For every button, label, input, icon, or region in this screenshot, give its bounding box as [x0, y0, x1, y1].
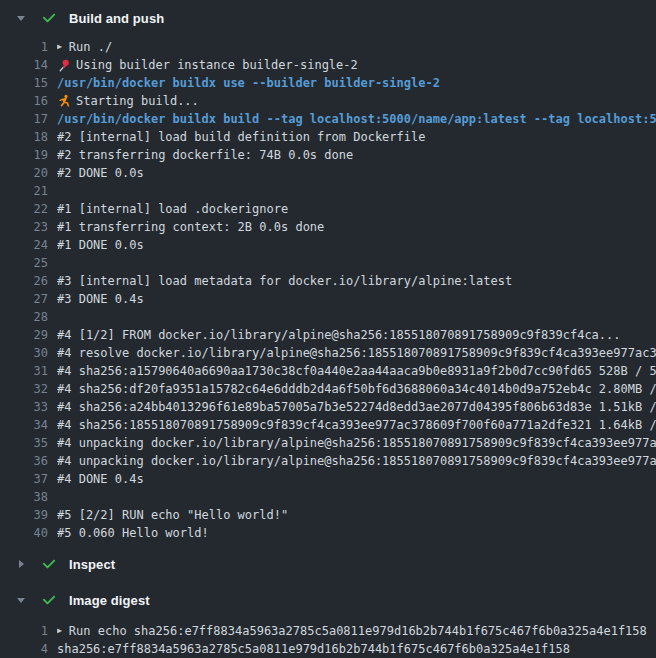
log-line-content: sha256:e7ff8834a5963a2785c5a0811e979d16b…	[57, 640, 656, 658]
log-line: 21	[0, 182, 656, 200]
log-text: /usr/bin/docker buildx use --builder bui…	[57, 74, 440, 92]
log-line-content: #4 sha256:df20fa9351a15782c64e6dddb2d4a6…	[57, 380, 656, 398]
log-text: #4 DONE 0.4s	[57, 470, 144, 488]
log-line: 30 #4 resolve docker.io/library/alpine@s…	[0, 344, 656, 362]
line-number[interactable]: 29	[0, 326, 48, 344]
section-inspect: Inspect	[0, 546, 656, 582]
log-line: 20 #2 DONE 0.0s	[0, 164, 656, 182]
section-image-digest: Image digest 1 ▶ Run echo sha256:e7ff883…	[0, 582, 656, 658]
log-line: 23 #1 transferring context: 2B 0.0s done	[0, 218, 656, 236]
log-text: Starting build...	[76, 92, 199, 110]
log-line: 17 /usr/bin/docker buildx build --tag lo…	[0, 110, 656, 128]
log-line: 33 #4 sha256:a24bb4013296f61e89ba57005a7…	[0, 398, 656, 416]
expander-icon[interactable]: ▶	[57, 622, 62, 640]
log-line: 32 #4 sha256:df20fa9351a15782c64e6dddb2d…	[0, 380, 656, 398]
actions-log-viewer: Build and push 1 ▶ Run ./ 14 Using build…	[0, 0, 656, 658]
line-number[interactable]: 38	[0, 488, 48, 506]
log-line: 22 #1 [internal] load .dockerignore	[0, 200, 656, 218]
log-line-content: #5 [2/2] RUN echo "Hello world!"	[57, 506, 656, 524]
log-text: Run ./	[69, 38, 112, 56]
chevron-right-icon[interactable]	[14, 557, 28, 571]
line-number[interactable]: 36	[0, 452, 48, 470]
chevron-down-icon[interactable]	[14, 11, 28, 25]
log-text: #5 0.060 Hello world!	[57, 524, 209, 542]
log-text: #1 [internal] load .dockerignore	[57, 200, 288, 218]
log-line: 37 #4 DONE 0.4s	[0, 470, 656, 488]
log-line-content: #5 0.060 Hello world!	[57, 524, 656, 542]
success-check-icon	[41, 10, 57, 26]
log-line: 27 #3 DONE 0.4s	[0, 290, 656, 308]
success-check-icon	[41, 556, 57, 572]
line-number[interactable]: 26	[0, 272, 48, 290]
log-text: #5 [2/2] RUN echo "Hello world!"	[57, 506, 288, 524]
expander-icon[interactable]: ▶	[57, 38, 62, 56]
log-line-content: #2 [internal] load build definition from…	[57, 128, 656, 146]
log-line: 1 ▶ Run echo sha256:e7ff8834a5963a2785c5…	[0, 622, 656, 640]
log-text: /usr/bin/docker buildx build --tag local…	[57, 110, 656, 128]
log-block-image-digest: 1 ▶ Run echo sha256:e7ff8834a5963a2785c5…	[0, 618, 656, 658]
line-number[interactable]: 39	[0, 506, 48, 524]
section-header-build-and-push[interactable]: Build and push	[0, 0, 656, 36]
log-line: 35 #4 unpacking docker.io/library/alpine…	[0, 434, 656, 452]
log-text: #4 unpacking docker.io/library/alpine@sh…	[57, 452, 656, 470]
line-number[interactable]: 28	[0, 308, 48, 326]
log-line-content: #4 unpacking docker.io/library/alpine@sh…	[57, 452, 656, 470]
log-text: #1 DONE 0.0s	[57, 236, 144, 254]
log-line-content: #4 sha256:a15790640a6690aa1730c38cf0a440…	[57, 362, 656, 380]
line-number[interactable]: 30	[0, 344, 48, 362]
line-number[interactable]: 24	[0, 236, 48, 254]
log-line-content: ▶ Run echo sha256:e7ff8834a5963a2785c5a0…	[57, 622, 656, 640]
line-number[interactable]: 1	[0, 38, 48, 56]
log-line-content: #4 DONE 0.4s	[57, 470, 656, 488]
log-text: #2 DONE 0.0s	[57, 164, 144, 182]
section-build-and-push: Build and push 1 ▶ Run ./ 14 Using build…	[0, 0, 656, 546]
line-number[interactable]: 23	[0, 218, 48, 236]
line-number[interactable]: 21	[0, 182, 48, 200]
line-number[interactable]: 33	[0, 398, 48, 416]
line-number[interactable]: 1	[0, 622, 48, 640]
section-header-image-digest[interactable]: Image digest	[0, 582, 656, 618]
runner-icon	[57, 94, 71, 108]
line-number[interactable]: 16	[0, 92, 48, 110]
log-text: #4 sha256:a24bb4013296f61e89ba57005a7b3e…	[57, 398, 656, 416]
log-line: 34 #4 sha256:185518070891758909c9f839cf4…	[0, 416, 656, 434]
log-line: 18 #2 [internal] load build definition f…	[0, 128, 656, 146]
chevron-down-icon[interactable]	[14, 593, 28, 607]
log-line-content: #1 DONE 0.0s	[57, 236, 656, 254]
log-line-content: #4 sha256:a24bb4013296f61e89ba57005a7b3e…	[57, 398, 656, 416]
line-number[interactable]: 19	[0, 146, 48, 164]
log-line-content: Using builder instance builder-single-2	[57, 56, 656, 74]
log-line-content: ▶ Run ./	[57, 38, 656, 56]
log-text: #4 [1/2] FROM docker.io/library/alpine@s…	[57, 326, 621, 344]
line-number[interactable]: 27	[0, 290, 48, 308]
line-number[interactable]: 18	[0, 128, 48, 146]
log-text: #4 sha256:185518070891758909c9f839cf4ca3…	[57, 416, 656, 434]
line-number[interactable]: 17	[0, 110, 48, 128]
line-number[interactable]: 37	[0, 470, 48, 488]
log-line: 29 #4 [1/2] FROM docker.io/library/alpin…	[0, 326, 656, 344]
log-line: 31 #4 sha256:a15790640a6690aa1730c38cf0a…	[0, 362, 656, 380]
log-text: Run echo sha256:e7ff8834a5963a2785c5a081…	[69, 622, 647, 640]
line-number[interactable]: 40	[0, 524, 48, 542]
success-check-icon	[41, 592, 57, 608]
line-number[interactable]: 34	[0, 416, 48, 434]
line-number[interactable]: 25	[0, 254, 48, 272]
log-line: 36 #4 unpacking docker.io/library/alpine…	[0, 452, 656, 470]
line-number[interactable]: 31	[0, 362, 48, 380]
line-number[interactable]: 15	[0, 74, 48, 92]
section-title: Inspect	[69, 557, 115, 572]
log-text: #3 [internal] load metadata for docker.i…	[57, 272, 512, 290]
log-line: 14 Using builder instance builder-single…	[0, 56, 656, 74]
log-line: 38	[0, 488, 656, 506]
line-number[interactable]: 22	[0, 200, 48, 218]
line-number[interactable]: 35	[0, 434, 48, 452]
line-number[interactable]: 14	[0, 56, 48, 74]
section-header-inspect[interactable]: Inspect	[0, 546, 656, 582]
log-line: 39 #5 [2/2] RUN echo "Hello world!"	[0, 506, 656, 524]
log-block-build-and-push: 1 ▶ Run ./ 14 Using builder instance bui…	[0, 36, 656, 546]
line-number[interactable]: 32	[0, 380, 48, 398]
line-number[interactable]: 4	[0, 640, 48, 658]
log-line: 24 #1 DONE 0.0s	[0, 236, 656, 254]
line-number[interactable]: 20	[0, 164, 48, 182]
log-text: #3 DONE 0.4s	[57, 290, 144, 308]
